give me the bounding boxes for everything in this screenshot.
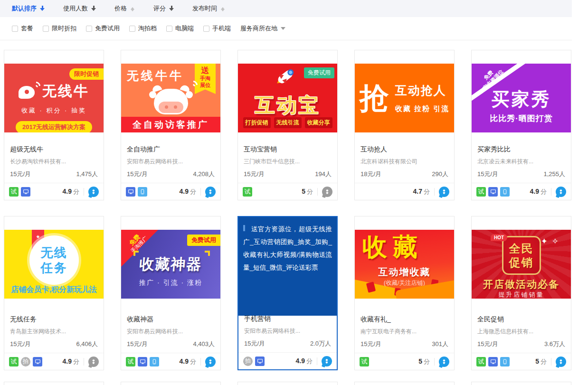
sort-default[interactable]: 默认排序 bbox=[12, 4, 45, 13]
filter-label: 限时折扣 bbox=[52, 24, 76, 33]
rating-value: 4.9 bbox=[530, 188, 539, 195]
card-partial bbox=[237, 382, 338, 385]
sort-label: 价格 bbox=[114, 4, 127, 13]
rating-value: 4.9 bbox=[296, 357, 305, 365]
checkbox[interactable] bbox=[86, 26, 92, 32]
banner-tag: 无线引流 bbox=[274, 117, 302, 128]
filter-bar: 套餐 限时折扣 免费试用 淘拍档 电脑端 手机端 服务商所在地 bbox=[0, 17, 572, 40]
banner-subtitle: 店铺会员卡,积分新玩儿法 bbox=[4, 285, 104, 295]
checkbox[interactable] bbox=[203, 26, 209, 32]
divider bbox=[434, 358, 435, 366]
checkbox[interactable] bbox=[129, 26, 135, 32]
trial-badge-icon: 试 bbox=[9, 357, 19, 366]
card-title: 全自动推广 bbox=[127, 145, 215, 154]
card-users: 194人 bbox=[315, 170, 332, 178]
taopaidang-badge-icon: 拍 bbox=[243, 357, 253, 366]
wangwang-icon[interactable] bbox=[322, 187, 332, 197]
card-title: 手机营销 bbox=[244, 315, 331, 323]
sort-both-icon bbox=[130, 5, 135, 12]
card-company: 上海微悉信息科技有... bbox=[477, 328, 565, 336]
service-card[interactable]: 无线牛牛 送 手淘 展位 全自动访客推广 全自动推广 安阳市易云网络科技... … bbox=[121, 50, 221, 200]
wangwang-icon[interactable] bbox=[205, 187, 216, 197]
trial-badge-icon: 试 bbox=[360, 357, 369, 366]
pc-badge-icon bbox=[33, 357, 42, 366]
checkbox[interactable] bbox=[43, 26, 49, 32]
overlay-text: 送官方资源位，超级无线推广_互动营销团购_抽奖_加购_收藏有礼大师视频/满购物送… bbox=[243, 225, 332, 271]
filter-checkbox-free-trial[interactable]: 免费试用 bbox=[86, 24, 120, 33]
card-users: 4,403人 bbox=[193, 340, 215, 348]
card-users: 2.0万人 bbox=[310, 339, 331, 348]
card-title: 收藏有礼_ bbox=[360, 315, 448, 324]
divider bbox=[551, 358, 551, 366]
cow-logo-icon bbox=[148, 85, 194, 116]
service-card[interactable]: 免费 手淘推广 免费试用 收藏神器 推广 · 引流 · 涨粉 收藏神器 安阳市易… bbox=[121, 216, 221, 370]
divider bbox=[84, 188, 84, 196]
filter-checkbox-time-discount[interactable]: 限时折扣 bbox=[43, 24, 76, 33]
sort-users[interactable]: 使用人数 bbox=[63, 4, 96, 13]
arrow-down-icon bbox=[39, 5, 45, 12]
rating-value: 4.9 bbox=[63, 188, 72, 195]
filter-checkbox-taopaidang[interactable]: 淘拍档 bbox=[129, 24, 157, 33]
rating-value: 4.9 bbox=[63, 357, 72, 365]
checkbox[interactable] bbox=[166, 26, 172, 32]
service-card[interactable]: 抢 互动抢人 收藏 拉粉 引流 互动抢人 北京科讴科技有限公司 18元/月 29… bbox=[354, 50, 455, 200]
checkbox[interactable] bbox=[12, 26, 18, 32]
red-envelope-icon bbox=[431, 279, 439, 289]
wangwang-icon[interactable] bbox=[88, 187, 99, 197]
card-users: 1,255人 bbox=[543, 170, 565, 178]
filter-checkbox-package[interactable]: 套餐 bbox=[12, 24, 33, 33]
card-banner: HOT ✦ ✧ 全民 促销 开店做活动必备 提升店铺销量 bbox=[472, 230, 571, 299]
rating-unit: 分 bbox=[307, 188, 313, 196]
wangwang-icon[interactable] bbox=[556, 357, 566, 367]
card-company: 三门峡市巨牛信息技... bbox=[244, 158, 332, 166]
banner-tag: 打折促销 bbox=[243, 117, 271, 128]
card-price: 15元/月 bbox=[477, 340, 498, 348]
caret-down-icon bbox=[281, 27, 285, 32]
service-card[interactable]: 免费 官方资源位 买家秀 比比秀·晒图打赏 买家秀比比 北京凌云未来科技有...… bbox=[471, 50, 571, 200]
rating-unit: 分 bbox=[73, 188, 79, 196]
banner-title: 买家秀 bbox=[472, 87, 571, 112]
card-partial bbox=[354, 382, 455, 385]
banner-logo-box: 全民 促销 bbox=[502, 236, 541, 275]
filter-checkbox-pc[interactable]: 电脑端 bbox=[166, 24, 194, 33]
pc-badge-icon bbox=[488, 357, 498, 366]
service-card[interactable]: 收藏 互动增收藏 (收藏/关注店铺) 收藏有礼_ 南宁互联电子商务有... 15… bbox=[354, 216, 455, 370]
service-card-selected[interactable]: 送官方资源位，超级无线推广_互动营销团购_抽奖_加购_收藏有礼大师视频/满购物送… bbox=[237, 216, 338, 370]
card-title: 互动宝营销 bbox=[244, 145, 332, 154]
sort-price[interactable]: 价格 bbox=[114, 4, 135, 13]
service-card[interactable]: 免费试用 互动宝 打折促销 无线引流 收藏分享 互动宝营销 三门峡市巨牛信息技.… bbox=[237, 50, 338, 200]
card-title: 无线任务 bbox=[10, 315, 98, 324]
banner-stripe: 全自动访客推广 bbox=[121, 117, 220, 132]
wangwang-icon[interactable] bbox=[205, 357, 216, 367]
mobile-badge-icon bbox=[150, 357, 159, 366]
sort-label: 使用人数 bbox=[63, 4, 88, 13]
filter-label: 手机端 bbox=[212, 24, 231, 33]
wangwang-icon[interactable] bbox=[88, 357, 99, 367]
banner-title: 收藏神器 bbox=[121, 254, 220, 274]
free-trial-badge: 免费试用 bbox=[304, 67, 334, 78]
filter-checkbox-mobile[interactable]: 手机端 bbox=[203, 24, 231, 33]
filter-dropdown-provider-location[interactable]: 服务商所在地 bbox=[240, 24, 285, 33]
wangwang-icon[interactable] bbox=[439, 357, 449, 367]
card-banner: 免费试用 互动宝 打折促销 无线引流 收藏分享 bbox=[238, 64, 337, 132]
service-card[interactable]: 限时促销 无线牛 收藏 · 积分 · 抽奖 2017无线运营解决方案 超级无线牛… bbox=[4, 50, 104, 200]
service-card[interactable]: ★ 无线 任务 店铺会员卡,积分新玩儿法 无线任务 青岛新主张网络技术... 1… bbox=[4, 216, 104, 370]
rocket-icon bbox=[275, 66, 298, 86]
dropdown-label: 服务商所在地 bbox=[240, 24, 277, 33]
banner-subtitle: 比比秀·晒图打赏 bbox=[472, 113, 571, 124]
filter-label: 免费试用 bbox=[95, 24, 120, 33]
card-users: 301人 bbox=[432, 340, 448, 348]
rating-value: 5 bbox=[302, 188, 305, 195]
sort-rating[interactable]: 评分 bbox=[153, 4, 174, 13]
card-partial bbox=[121, 382, 221, 385]
mobile-badge-icon bbox=[138, 187, 147, 197]
rating-value: 4.9 bbox=[180, 357, 189, 365]
wangwang-icon[interactable] bbox=[556, 187, 566, 197]
card-banner: 无线牛牛 送 手淘 展位 全自动访客推广 bbox=[121, 64, 220, 132]
sparkle-icon: ✦ ✧ bbox=[541, 236, 560, 246]
wangwang-icon[interactable] bbox=[322, 356, 332, 366]
service-card[interactable]: HOT ✦ ✧ 全民 促销 开店做活动必备 提升店铺销量 全民促销 上海微悉信息… bbox=[471, 216, 571, 370]
sort-publish-time[interactable]: 发布时间 bbox=[192, 4, 226, 13]
wangwang-icon[interactable] bbox=[439, 187, 449, 197]
grab-logo: 抢 bbox=[360, 84, 389, 113]
